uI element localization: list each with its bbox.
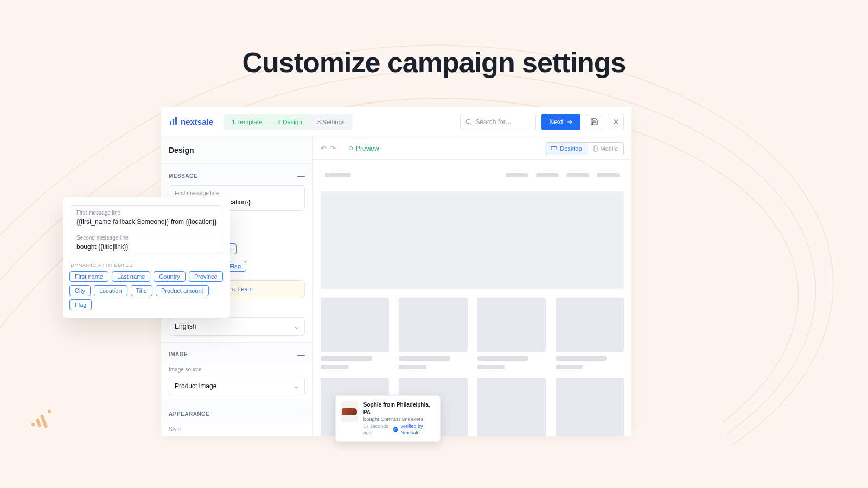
- step-design[interactable]: 2.Design: [270, 114, 309, 130]
- chip-last-name[interactable]: Last name: [112, 271, 150, 282]
- image-source-label: Image source: [161, 364, 312, 375]
- section-image-header[interactable]: IMAGE —: [161, 342, 312, 364]
- svg-rect-5: [173, 119, 174, 125]
- close-icon: [612, 118, 620, 125]
- learn-link[interactable]: Learn: [238, 286, 253, 292]
- wizard-steps: 1.Template 2.Design 3.Settings: [224, 114, 353, 130]
- section-message-header[interactable]: MESSAGE —: [161, 164, 312, 185]
- svg-rect-14: [594, 146, 597, 151]
- brand-mark-icon: [29, 408, 53, 434]
- chevron-down-icon: ⌄: [293, 323, 299, 330]
- brand-logo: nextsale: [169, 116, 213, 127]
- chip-city[interactable]: City: [69, 285, 91, 296]
- next-button[interactable]: Next: [541, 114, 580, 130]
- notification-line1: Sophie from Philadelphia, PA: [363, 401, 435, 416]
- chip-first-name[interactable]: First name: [69, 271, 108, 282]
- svg-rect-1: [35, 418, 41, 427]
- svg-rect-0: [31, 422, 35, 427]
- mobile-icon: [593, 145, 598, 152]
- svg-rect-12: [551, 146, 557, 150]
- svg-rect-4: [170, 121, 171, 125]
- page-title: Customize campaign settings: [242, 46, 626, 79]
- arrow-right-icon: [566, 119, 573, 125]
- lang-select[interactable]: English ⌄: [169, 317, 305, 336]
- collapse-icon: —: [297, 350, 305, 359]
- device-toggle: Desktop Mobile: [545, 142, 624, 155]
- collapse-icon: —: [297, 410, 305, 419]
- preview-toolbar: ↶ ↷ Preview Desktop Mobile: [313, 137, 631, 160]
- chip-product-amount-ov[interactable]: Product amount: [156, 285, 209, 296]
- image-source-select[interactable]: Product image ⌄: [169, 377, 305, 395]
- notification-preview: Sophie from Philadelphia, PA bought Cont…: [335, 395, 441, 442]
- preview-panel: ↶ ↷ Preview Desktop Mobile: [313, 137, 631, 436]
- step-settings[interactable]: 3.Settings: [310, 114, 353, 130]
- notification-image: [341, 401, 358, 422]
- brand-name: nextsale: [181, 117, 213, 126]
- step-template[interactable]: 1.Template: [224, 114, 270, 130]
- chip-location[interactable]: Location: [94, 285, 127, 296]
- overlay-chips: First name Last name Country Province Ci…: [63, 271, 230, 310]
- preview-dot-icon: [349, 146, 353, 150]
- second-line-input[interactable]: bought {{title|link}}: [71, 241, 222, 255]
- style-label: Style: [161, 424, 312, 434]
- desktop-icon: [551, 146, 557, 151]
- shoe-icon: [342, 408, 358, 415]
- search-input[interactable]: Search for…: [460, 114, 536, 130]
- first-line-input[interactable]: {{first_name|fallback:Someone}} from {{l…: [71, 216, 222, 230]
- topbar: nextsale 1.Template 2.Design 3.Settings …: [161, 107, 631, 137]
- device-desktop[interactable]: Desktop: [545, 143, 588, 155]
- brand-logo-icon: [169, 116, 178, 127]
- chip-province-ov[interactable]: Province: [189, 271, 223, 282]
- undo-button[interactable]: ↶: [321, 144, 327, 152]
- sidebar-title: Design: [161, 137, 312, 164]
- close-button[interactable]: [608, 114, 624, 130]
- device-mobile[interactable]: Mobile: [588, 143, 623, 155]
- svg-line-8: [470, 123, 471, 124]
- notification-verified: verified by Nextsale: [400, 423, 435, 436]
- section-appearance-header[interactable]: APPEARANCE —: [161, 402, 312, 424]
- notification-time: 17 seconds ago: [363, 423, 391, 436]
- svg-rect-3: [47, 409, 52, 414]
- search-placeholder: Search for…: [475, 118, 512, 126]
- verified-badge-icon: ✓: [393, 427, 398, 432]
- chip-country-ov[interactable]: Country: [154, 271, 186, 282]
- chip-flag-ov[interactable]: Flag: [69, 299, 92, 310]
- preview-label: Preview: [349, 145, 379, 152]
- redo-button[interactable]: ↷: [330, 144, 336, 152]
- chip-title[interactable]: Title: [131, 285, 152, 296]
- collapse-icon: —: [297, 171, 305, 180]
- dynamic-attributes-label: DYNAMIC ATTRIBUTES: [63, 260, 230, 271]
- notification-line2: bought Contrast Sneakers: [363, 416, 435, 423]
- chevron-down-icon: ⌄: [293, 382, 299, 390]
- app-window: nextsale 1.Template 2.Design 3.Settings …: [161, 107, 631, 436]
- search-icon: [465, 118, 472, 125]
- message-editor-overlay: First message line {{first_name|fallback…: [63, 197, 230, 318]
- svg-point-7: [466, 119, 470, 124]
- overlay-fields[interactable]: First message line {{first_name|fallback…: [71, 205, 222, 255]
- save-icon: [590, 118, 598, 126]
- svg-rect-6: [175, 117, 177, 125]
- save-button[interactable]: [586, 114, 602, 130]
- svg-rect-2: [40, 414, 48, 428]
